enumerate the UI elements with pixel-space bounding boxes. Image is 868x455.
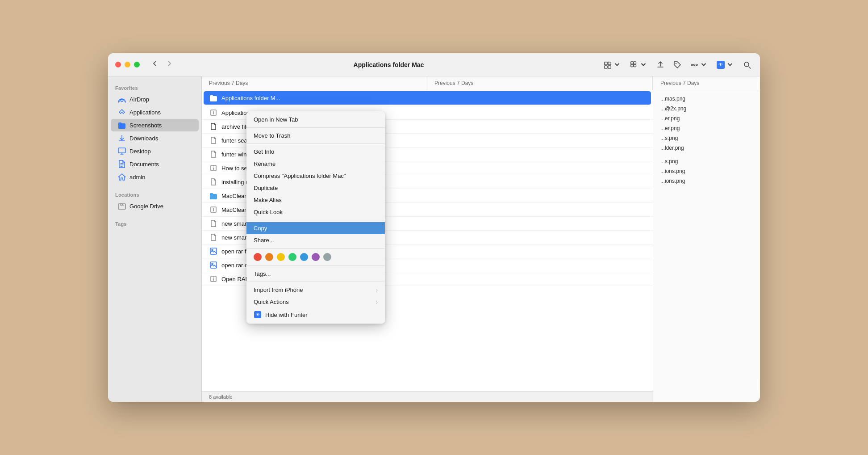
favorites-label: Favorites [108,82,201,93]
tag-button[interactable] [672,59,683,71]
svg-rect-15 [118,148,125,153]
menu-item-import-iphone[interactable]: Import from iPhone › [246,284,385,296]
layout-toggle-button[interactable] [602,59,623,71]
color-dot-blue[interactable] [300,253,308,261]
minimize-button[interactable] [125,62,130,67]
sidebar: Favorites AirDrop [108,76,202,402]
menu-item-share[interactable]: Share... [246,234,385,246]
menu-item-make-alias[interactable]: Make Alias [246,194,385,206]
image-icon [209,261,218,270]
grid-view-button[interactable] [628,59,649,71]
menu-item-hide-funter[interactable]: 👁 Hide with Funter [246,308,385,321]
folder-blue-icon [209,93,218,102]
right-panel-item[interactable]: ...mas.png [653,94,760,104]
color-dot-red[interactable] [254,253,262,261]
file-dark-icon [209,122,218,131]
file-item-name: Applications folder M... [221,95,646,101]
info-icon [209,164,218,173]
sidebar-item-label: Documents [129,161,159,168]
sidebar-item-label: Downloads [129,135,158,142]
right-panel-item[interactable]: ...ions.png [653,176,760,186]
right-panel-item[interactable]: ...s.png [653,156,760,166]
sidebar-item-google-drive[interactable]: Google Drive [111,200,199,212]
right-panel-header: Previous 7 Days [653,76,760,90]
sidebar-item-airdrop[interactable]: AirDrop [111,93,199,105]
menu-item-rename[interactable]: Rename [246,158,385,170]
menu-item-copy[interactable]: Copy [246,222,385,234]
color-dot-yellow[interactable] [277,253,285,261]
sidebar-item-desktop[interactable]: Desktop [111,145,199,157]
menu-item-label: Tags... [254,270,271,277]
menu-item-label: Quick Actions [254,299,289,305]
submenu-arrow-icon: › [376,299,378,305]
forward-button[interactable] [163,58,175,71]
menu-item-label: Compress "Applications folder Mac" [254,173,346,179]
maximize-button[interactable] [134,62,140,67]
svg-rect-6 [631,64,633,67]
menu-item-quick-actions[interactable]: Quick Actions › [246,296,385,308]
main-content: Favorites AirDrop [108,76,760,402]
right-panel-item[interactable]: ...@2x.png [653,104,760,114]
svg-point-24 [213,167,214,168]
share-toolbar-button[interactable] [655,59,666,71]
sidebar-item-screenshots[interactable]: Screenshots [111,119,199,131]
context-menu: Open in New Tab Move to Trash Get Info R… [246,111,385,324]
info-icon [209,108,218,117]
right-panel: Previous 7 Days ...mas.png ...@2x.png ..… [653,76,760,402]
menu-separator [246,220,385,220]
menu-item-label: Rename [254,160,275,167]
svg-point-12 [744,62,749,67]
applications-icon [118,108,126,116]
svg-point-27 [213,208,214,209]
right-panel-item[interactable]: ...er.png [653,123,760,133]
menu-item-label: Copy [254,225,267,232]
back-button[interactable] [149,58,161,71]
funter-toolbar-button[interactable]: 👁 [715,59,736,71]
close-button[interactable] [115,62,121,67]
menu-item-move-trash[interactable]: Move to Trash [246,130,385,142]
svg-rect-5 [634,61,636,63]
file-area-header: Previous 7 Days Previous 7 Days [202,76,653,90]
color-dot-gray[interactable] [323,253,331,261]
downloads-icon [118,134,126,142]
color-dot-green[interactable] [288,253,296,261]
file-item-selected[interactable]: Applications folder M... [204,91,651,105]
window-title: Applications folder Mac [181,61,597,68]
sidebar-item-admin[interactable]: admin [111,171,199,183]
more-options-button[interactable] [689,59,709,71]
menu-item-get-info[interactable]: Get Info [246,146,385,158]
info-icon [209,205,218,214]
folder-icon [209,191,218,200]
info-icon [209,274,218,283]
traffic-lights [115,62,140,67]
menu-item-duplicate[interactable]: Duplicate [246,182,385,194]
sidebar-item-documents[interactable]: Documents [111,158,199,170]
menu-item-label: Quick Look [254,209,283,215]
menu-item-open-new-tab[interactable]: Open in New Tab [246,114,385,126]
svg-point-8 [676,63,676,63]
menu-item-label: Make Alias [254,197,282,203]
right-panel-item[interactable] [653,153,760,156]
right-panel-item[interactable]: ...lder.png [653,143,760,153]
svg-point-11 [696,64,697,65]
right-panel-item[interactable]: ...ions.png [653,166,760,176]
right-panel-item[interactable]: ...er.png [653,114,760,123]
color-dot-orange[interactable] [265,253,273,261]
right-panel-item[interactable]: ...s.png [653,133,760,143]
search-toolbar-button[interactable] [741,59,753,71]
menu-colors [246,250,385,264]
locations-label: Locations [108,189,201,199]
sidebar-item-downloads[interactable]: Downloads [111,132,199,144]
svg-rect-0 [605,62,607,64]
col1-header: Previous 7 Days [202,76,427,90]
menu-item-compress[interactable]: Compress "Applications folder Mac" [246,170,385,182]
titlebar: Applications folder Mac [108,53,760,76]
menu-item-quick-look[interactable]: Quick Look [246,206,385,218]
google-drive-icon [118,202,126,210]
menu-item-tags[interactable]: Tags... [246,268,385,280]
svg-rect-2 [605,65,607,68]
status-text: 8 available [209,394,233,400]
color-dot-purple[interactable] [312,253,320,261]
menu-item-label: Share... [254,237,274,244]
sidebar-item-applications[interactable]: Applications [111,106,199,118]
